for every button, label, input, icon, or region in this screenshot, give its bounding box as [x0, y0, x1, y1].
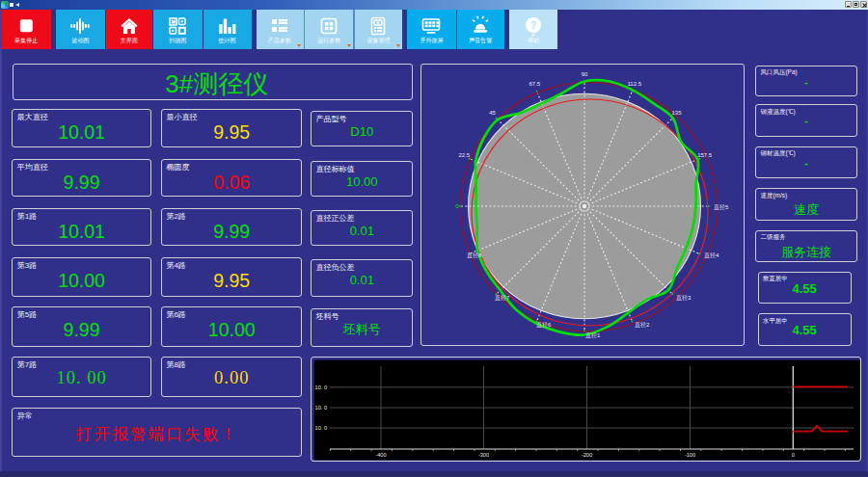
svg-text:-200: -200	[582, 452, 592, 458]
svg-text:直径2: 直径2	[635, 322, 650, 328]
svg-text:直径3: 直径3	[676, 295, 692, 301]
svg-text:22.5: 22.5	[458, 152, 470, 158]
svg-text:157.5: 157.5	[697, 152, 713, 158]
svg-text:135: 135	[671, 110, 682, 116]
svg-text:-400: -400	[375, 452, 386, 458]
svg-text:45: 45	[489, 110, 496, 116]
svg-text:67.5: 67.5	[529, 81, 540, 87]
svg-text:10. 0: 10. 0	[315, 384, 327, 390]
svg-text:直径5: 直径5	[714, 204, 729, 210]
svg-text:-300: -300	[478, 452, 489, 458]
svg-text:直径1: 直径1	[585, 332, 601, 338]
svg-text:直径7: 直径7	[495, 295, 510, 301]
svg-text:直径4: 直径4	[704, 252, 719, 258]
svg-text:10. 0: 10. 0	[315, 405, 327, 411]
svg-text:90: 90	[582, 71, 588, 77]
svg-text:-100: -100	[685, 452, 695, 458]
svg-text:?: ?	[530, 19, 537, 31]
svg-text:0: 0	[792, 452, 795, 458]
svg-text:10. 0: 10. 0	[315, 425, 327, 431]
svg-text:直径6: 直径6	[536, 322, 552, 328]
svg-text:112.5: 112.5	[627, 81, 641, 87]
svg-text:直径8: 直径8	[467, 252, 482, 258]
